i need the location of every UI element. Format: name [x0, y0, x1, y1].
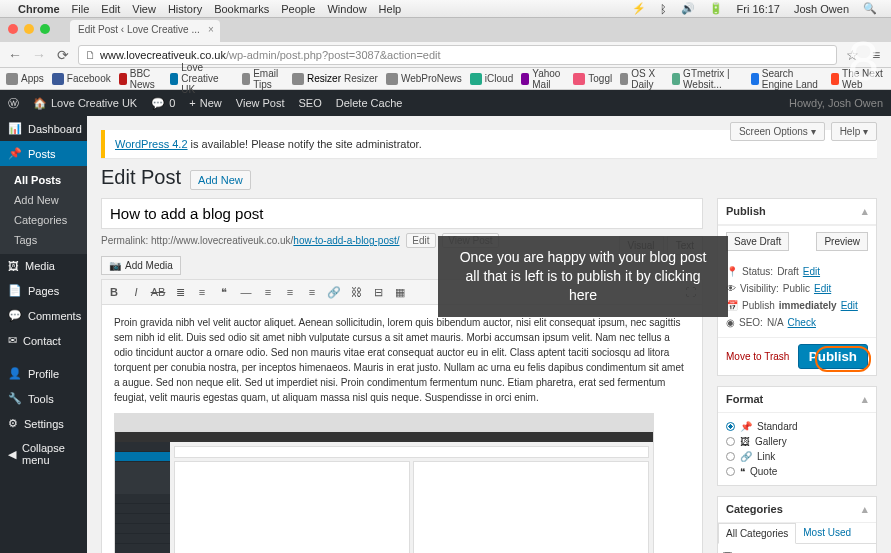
edit-status-link[interactable]: Edit — [803, 266, 820, 277]
wp-update-link[interactable]: WordPress 4.2 — [115, 138, 188, 150]
bookmark-item[interactable]: OS X Daily — [620, 68, 664, 90]
mac-menu-edit[interactable]: Edit — [101, 3, 120, 15]
quote-button[interactable]: ❝ — [215, 283, 233, 301]
wp-comments-link[interactable]: 💬 0 — [151, 97, 175, 110]
wp-seo-link[interactable]: SEO — [299, 97, 322, 109]
unlink-button[interactable]: ⛓ — [347, 283, 365, 301]
reload-button[interactable]: ⟳ — [54, 46, 72, 64]
bookmark-item[interactable]: GTmetrix | Websit... — [672, 68, 743, 90]
spotlight-icon[interactable]: 🔍 — [863, 2, 877, 15]
strike-button[interactable]: AB — [149, 283, 167, 301]
mac-menu-help[interactable]: Help — [379, 3, 402, 15]
categories-tab-mostused[interactable]: Most Used — [796, 523, 858, 543]
format-box-title[interactable]: Format▴ — [718, 387, 876, 413]
sidebar-sub-tags[interactable]: Tags — [0, 230, 87, 250]
bookmark-apps[interactable]: Apps — [6, 73, 44, 85]
wp-delete-cache-link[interactable]: Delete Cache — [336, 97, 403, 109]
bookmark-item[interactable]: Toggl — [573, 73, 612, 85]
bookmark-item[interactable]: Love Creative UK — [170, 62, 234, 95]
categories-box-title[interactable]: Categories▴ — [718, 497, 876, 523]
close-tab-icon[interactable]: × — [208, 24, 214, 35]
sidebar-item-profile[interactable]: 👤 Profile — [0, 361, 87, 386]
edit-visibility-link[interactable]: Edit — [814, 283, 831, 294]
forward-button[interactable]: → — [30, 46, 48, 64]
bookmark-item[interactable]: Yahoo Mail — [521, 68, 565, 90]
bookmark-item[interactable]: iCloud — [470, 73, 513, 85]
mac-menu-bookmarks[interactable]: Bookmarks — [214, 3, 269, 15]
sidebar-sub-allposts[interactable]: All Posts — [0, 170, 87, 190]
back-button[interactable]: ← — [6, 46, 24, 64]
format-gallery[interactable]: 🖼 Gallery — [726, 434, 868, 449]
screen-options-button[interactable]: Screen Options ▾ — [730, 122, 825, 141]
mac-user[interactable]: Josh Owen — [794, 3, 849, 15]
editor-content[interactable]: Proin gravida nibh vel velit auctor aliq… — [101, 305, 703, 553]
toggle-icon[interactable]: ▴ — [862, 503, 868, 516]
bookmark-item[interactable]: Email Tips — [242, 68, 284, 90]
wp-new-link[interactable]: + New — [189, 97, 221, 109]
toggle-icon[interactable]: ▴ — [862, 205, 868, 218]
seo-check-link[interactable]: Check — [788, 317, 816, 328]
edit-schedule-link[interactable]: Edit — [841, 300, 858, 311]
sidebar-item-media[interactable]: 🖼 Media — [0, 254, 87, 278]
wp-site-link[interactable]: 🏠 Love Creative UK — [33, 97, 137, 110]
add-media-button[interactable]: 📷 Add Media — [101, 256, 181, 275]
toggle-icon[interactable]: ▴ — [862, 393, 868, 406]
bookmark-item[interactable]: Search Engine Land — [751, 68, 823, 90]
categories-tab-all[interactable]: All Categories — [718, 523, 796, 544]
sidebar-collapse[interactable]: ◀ Collapse menu — [0, 436, 87, 472]
help-button[interactable]: Help ▾ — [831, 122, 877, 141]
browser-tab[interactable]: Edit Post ‹ Love Creative ... × — [70, 20, 220, 42]
move-to-trash-link[interactable]: Move to Trash — [726, 351, 789, 362]
save-draft-button[interactable]: Save Draft — [726, 232, 789, 251]
mac-menu-people[interactable]: People — [281, 3, 315, 15]
ol-button[interactable]: ≡ — [193, 283, 211, 301]
align-right-button[interactable]: ≡ — [303, 283, 321, 301]
sidebar-sub-categories[interactable]: Categories — [0, 210, 87, 230]
wp-logo-icon[interactable]: ⓦ — [8, 96, 19, 111]
sidebar-item-tools[interactable]: 🔧 Tools — [0, 386, 87, 411]
align-center-button[interactable]: ≡ — [281, 283, 299, 301]
bookmark-item[interactable]: ResizerResizerResizer — [292, 73, 378, 85]
wp-howdy[interactable]: Howdy, Josh Owen — [789, 97, 883, 109]
permalink-edit-button[interactable]: Edit — [406, 233, 435, 248]
mac-menu-window[interactable]: Window — [327, 3, 366, 15]
format-standard[interactable]: 📌 Standard — [726, 419, 868, 434]
post-title-input[interactable] — [101, 198, 703, 229]
format-quote[interactable]: ❝ Quote — [726, 464, 868, 479]
bookmark-item[interactable]: Facebook — [52, 73, 111, 85]
mac-menu-file[interactable]: File — [72, 3, 90, 15]
bluetooth-icon[interactable]: ᛒ — [660, 3, 667, 15]
wp-viewpost-link[interactable]: View Post — [236, 97, 285, 109]
sidebar-item-contact[interactable]: ✉ Contact — [0, 328, 87, 353]
bookmark-item[interactable]: WebProNews — [386, 73, 462, 85]
bookmark-item[interactable]: BBC News — [119, 68, 162, 90]
sidebar-item-posts[interactable]: 📌 Posts — [0, 141, 87, 166]
battery-icon[interactable]: 🔋 — [709, 2, 723, 15]
publish-button[interactable]: Publish — [798, 344, 868, 369]
format-link[interactable]: 🔗 Link — [726, 449, 868, 464]
mac-menu-view[interactable]: View — [132, 3, 156, 15]
close-window-button[interactable] — [8, 24, 18, 34]
window-controls[interactable] — [8, 24, 50, 34]
mac-app-name[interactable]: Chrome — [18, 3, 60, 15]
mac-menu-history[interactable]: History — [168, 3, 202, 15]
bold-button[interactable]: B — [105, 283, 123, 301]
clock[interactable]: Fri 16:17 — [737, 3, 780, 15]
more-button[interactable]: ⊟ — [369, 283, 387, 301]
maximize-window-button[interactable] — [40, 24, 50, 34]
publish-box-title[interactable]: Publish▴ — [718, 199, 876, 225]
ul-button[interactable]: ≣ — [171, 283, 189, 301]
wifi-icon[interactable]: ⚡ — [632, 2, 646, 15]
minimize-window-button[interactable] — [24, 24, 34, 34]
sidebar-item-dashboard[interactable]: 📊 Dashboard — [0, 116, 87, 141]
sidebar-item-comments[interactable]: 💬 Comments — [0, 303, 87, 328]
link-button[interactable]: 🔗 — [325, 283, 343, 301]
preview-button[interactable]: Preview — [816, 232, 868, 251]
add-new-button[interactable]: Add New — [190, 170, 251, 190]
permalink-slug[interactable]: how-to-add-a-blog-post/ — [293, 235, 399, 246]
sidebar-sub-addnew[interactable]: Add New — [0, 190, 87, 210]
align-left-button[interactable]: ≡ — [259, 283, 277, 301]
sidebar-item-pages[interactable]: 📄 Pages — [0, 278, 87, 303]
volume-icon[interactable]: 🔊 — [681, 2, 695, 15]
hr-button[interactable]: — — [237, 283, 255, 301]
